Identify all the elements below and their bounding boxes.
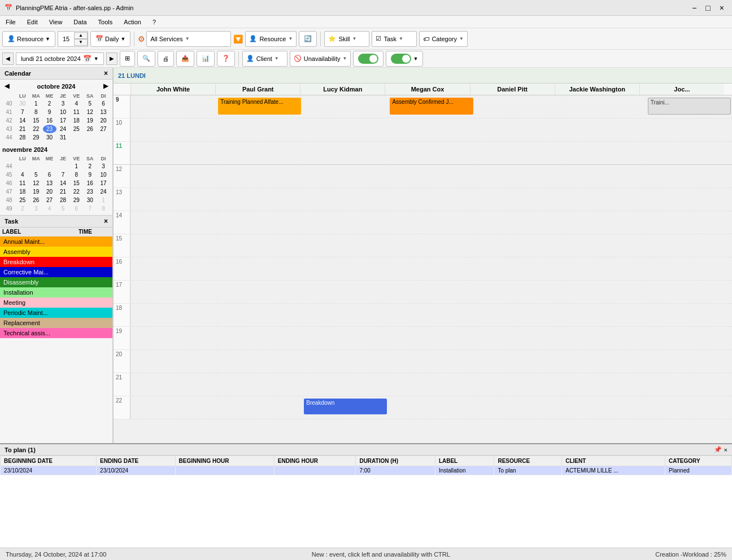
app-title: PlanningPME Atria - after-sales.pp - Adm…: [16, 5, 133, 11]
help-icon: ❓: [222, 55, 230, 62]
task-item-installation[interactable]: Installation: [0, 287, 112, 298]
slot-jackie-22[interactable]: [560, 396, 646, 419]
close-button[interactable]: ×: [716, 3, 727, 12]
help-button[interactable]: ❓: [217, 51, 235, 67]
slot-lucy-9[interactable]: [302, 95, 388, 118]
menubar-item-file[interactable]: File: [0, 18, 21, 27]
num-input[interactable]: [58, 36, 74, 42]
separator3: [238, 51, 239, 66]
daily-button[interactable]: 📅 Daily ▼: [90, 31, 130, 47]
time-row-12: 12: [114, 165, 732, 188]
slot-john-9[interactable]: [130, 95, 216, 118]
prev-date-button[interactable]: ◀: [2, 53, 14, 65]
task-item-disassembly[interactable]: Disassembly: [0, 277, 112, 287]
slot-joc-9[interactable]: Traini...: [646, 95, 732, 118]
time-row-10: 10: [114, 119, 732, 142]
col-label: LABEL: [435, 456, 494, 466]
task-dropdown[interactable]: ☑ Task ▼: [372, 31, 417, 47]
statusbar: Thursday, 24 October, 2024 at 17:00 New …: [0, 548, 732, 560]
print-button[interactable]: 🖨: [158, 51, 174, 67]
event-training-paul[interactable]: Training Planned Alfate...: [218, 98, 301, 115]
oct-title: octobre 2024: [37, 83, 76, 90]
grid-body[interactable]: 9 Training Planned Alfate... Assembly Co…: [114, 95, 732, 443]
spin-down[interactable]: ▼: [74, 39, 88, 46]
menubar-item-edit[interactable]: Edit: [21, 18, 43, 27]
slot-megan-9[interactable]: Assembly Confirmed J...: [388, 95, 474, 118]
skill-arrow: ▼: [352, 36, 357, 41]
slot-daniel-22[interactable]: [474, 396, 560, 419]
menubar-item-?[interactable]: ?: [147, 18, 162, 27]
task-item-periodic[interactable]: Periodic Maint...: [0, 308, 112, 318]
grid-icon-btn[interactable]: ⊞: [120, 51, 135, 67]
menubar-item-action[interactable]: Action: [118, 18, 147, 27]
cal-prev-button[interactable]: ◀: [2, 82, 11, 90]
task-item-replacement[interactable]: Replacement: [0, 318, 112, 328]
status-center: New : event, click left and unavailabili…: [312, 551, 450, 558]
category-dropdown[interactable]: 🏷 Category ▼: [419, 31, 468, 47]
to-plan-controls: 📌 ×: [714, 446, 727, 453]
cal-next-button[interactable]: ▶: [101, 82, 110, 90]
table-row[interactable]: 23/10/2024 23/10/2024 7:00 Installation …: [1, 466, 732, 475]
menubar-item-tools[interactable]: Tools: [93, 18, 119, 27]
resource-filter-icon: 👤: [249, 35, 257, 42]
resource-filter-dropdown[interactable]: 👤 Resource ▼: [245, 31, 297, 47]
refresh-button[interactable]: 🔄: [299, 31, 317, 47]
task-item-annual[interactable]: Annual Maint...: [0, 237, 112, 247]
filter2-icon: 🔽: [233, 34, 243, 43]
slot-paul-9[interactable]: Training Planned Alfate...: [216, 95, 302, 118]
task-list: Annual Maint... Assembly Breakdown Corre…: [0, 237, 112, 443]
slot-lucy-22[interactable]: Breakdown: [302, 396, 388, 419]
skill-dropdown[interactable]: ⭐ Skill ▼: [324, 31, 369, 47]
to-plan-close-button[interactable]: ×: [724, 446, 727, 453]
task-item-corrective[interactable]: Corrective Mai...: [0, 267, 112, 277]
slot-paul-22[interactable]: [216, 396, 302, 419]
col-beginning-date: BEGINNING DATE: [1, 456, 97, 466]
resource-daniel: Daniel Pitt: [470, 84, 555, 95]
spin-up[interactable]: ▲: [74, 32, 88, 39]
calendar-close-button[interactable]: ×: [104, 69, 108, 77]
time-18: 18: [114, 304, 130, 326]
client-dropdown[interactable]: 👤 Client ▼: [242, 51, 287, 67]
col-category: CATEGORY: [665, 456, 732, 466]
task-item-technical[interactable]: Technical assis...: [0, 328, 112, 338]
unavailability-dropdown[interactable]: 🚫 Unavailability ▼: [290, 51, 351, 67]
event-training-joc[interactable]: Traini...: [648, 98, 731, 115]
maximize-button[interactable]: □: [702, 3, 713, 12]
calendar-header: Calendar ×: [0, 68, 112, 80]
filter-icon: ⚙: [138, 34, 145, 43]
category-arrow: ▼: [459, 36, 464, 41]
export-button[interactable]: 📤: [176, 51, 194, 67]
event-assembly-megan[interactable]: Assembly Confirmed J...: [390, 98, 473, 115]
search-button[interactable]: 🔍: [137, 51, 155, 67]
task-item-breakdown[interactable]: Breakdown: [0, 257, 112, 267]
toggle2-btn[interactable]: ▼: [386, 51, 423, 67]
services-dropdown[interactable]: All Services ▼: [146, 31, 231, 47]
slot-megan-22[interactable]: [388, 396, 474, 419]
event-breakdown-lucy[interactable]: Breakdown: [304, 399, 387, 414]
task-item-meeting[interactable]: Meeting: [0, 298, 112, 308]
task-close-button[interactable]: ×: [104, 217, 108, 225]
cell-ending-date: 23/10/2024: [97, 466, 176, 475]
menubar-item-view[interactable]: View: [43, 18, 68, 27]
resource-button[interactable]: 👤 Resource ▼: [2, 31, 55, 47]
slot-daniel-9[interactable]: [474, 95, 560, 118]
time-row-9: 9 Training Planned Alfate... Assembly Co…: [114, 95, 732, 119]
to-plan-section: To plan (1) 📌 × BEGINNING DATE ENDING DA…: [0, 443, 732, 548]
toggle1-btn[interactable]: [353, 51, 384, 67]
next-date-button[interactable]: ▶: [106, 53, 117, 65]
slot-john-22[interactable]: [130, 396, 216, 419]
num-spinner[interactable]: ▲ ▼: [58, 31, 88, 47]
resource-lucy: Lucy Kidman: [300, 84, 385, 95]
slot-jackie-9[interactable]: [560, 95, 646, 118]
menubar-item-data[interactable]: Data: [68, 18, 92, 27]
cell-label: Installation: [435, 466, 494, 475]
calendar-picker-icon[interactable]: 📅: [83, 55, 91, 63]
task-item-assembly[interactable]: Assembly: [0, 247, 112, 257]
time-13: 13: [114, 188, 130, 211]
minimize-button[interactable]: −: [689, 3, 700, 12]
date-selector[interactable]: lundi 21 octobre 2024 📅 ▼: [16, 53, 104, 65]
export2-button[interactable]: 📊: [197, 51, 215, 67]
to-plan-pin-button[interactable]: 📌: [714, 446, 722, 453]
slot-joc-22[interactable]: [646, 396, 732, 419]
resource-joc: Joc...: [639, 84, 724, 95]
